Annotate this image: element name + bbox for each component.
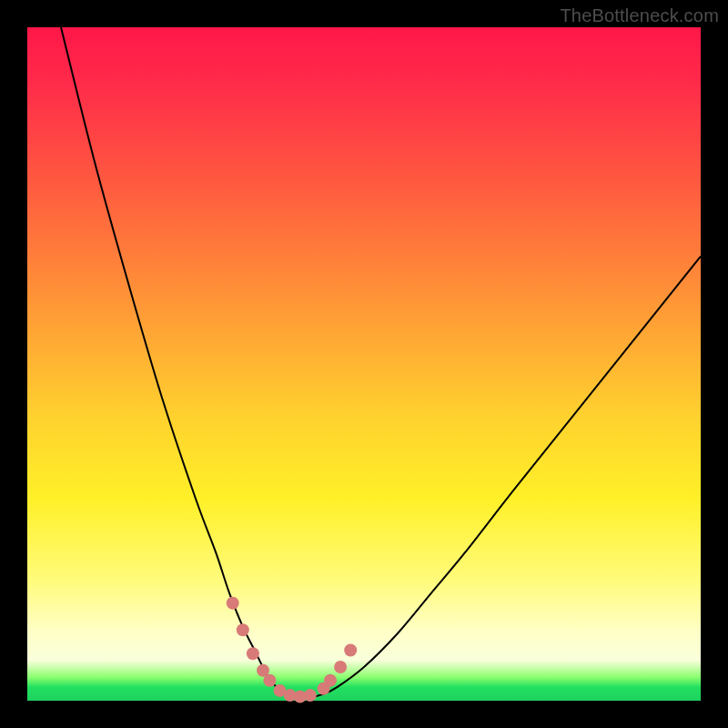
- highlight-marker: [237, 623, 249, 636]
- highlight-marker: [334, 661, 347, 673]
- highlight-marker: [263, 674, 276, 687]
- plot-area: [27, 27, 701, 701]
- highlight-marker: [227, 597, 239, 610]
- highlight-marker: [304, 689, 317, 702]
- highlight-marker: [324, 674, 337, 687]
- curve-svg: [27, 27, 701, 701]
- bottleneck-curve: [61, 27, 701, 698]
- highlight-marker: [344, 644, 357, 657]
- chart-frame: TheBottleneck.com: [0, 0, 728, 728]
- watermark-text: TheBottleneck.com: [560, 5, 719, 26]
- highlight-marker: [247, 647, 259, 660]
